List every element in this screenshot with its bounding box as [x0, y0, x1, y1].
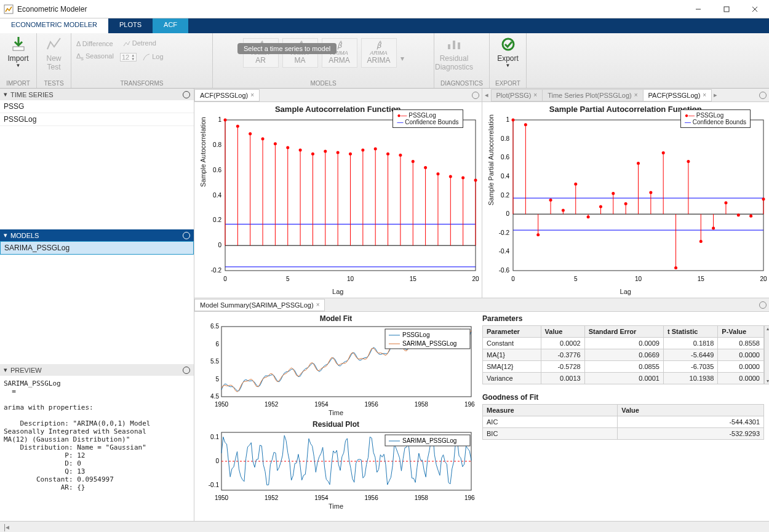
svg-text:0: 0	[218, 242, 221, 248]
left-column: ▾TIME SERIES PSSG PSSGLog ▾MODELS SARIMA…	[0, 89, 194, 521]
tabs-options-icon[interactable]	[759, 301, 767, 309]
pacf-pane: ◂ Plot(PSSG)× Time Series Plot(PSSGLog)×…	[482, 89, 770, 298]
doc-tab-model-summary[interactable]: Model Summary(SARIMA_PSSGLog)×	[194, 299, 325, 311]
svg-point-115	[687, 160, 690, 163]
preview-panel-header[interactable]: ▾PREVIEW	[0, 364, 194, 376]
timeseries-item[interactable]: PSSG	[0, 100, 194, 113]
residual-chart: -0.100.1195019521954195619581960SARIMA_P…	[197, 429, 475, 502]
import-icon	[10, 36, 27, 53]
close-button[interactable]	[741, 0, 769, 18]
model-summary-pane: Model Summary(SARIMA_PSSGLog)× Model Fit…	[194, 298, 769, 521]
svg-text:20: 20	[472, 276, 479, 282]
svg-point-93	[549, 199, 552, 202]
maximize-button[interactable]	[712, 0, 741, 18]
svg-text:0.6: 0.6	[501, 154, 509, 161]
model-summary-plots: Model Fit 4.555.566.51950195219541956195…	[194, 312, 477, 521]
svg-text:1952: 1952	[265, 494, 279, 501]
doc-tab-plot-pssg[interactable]: Plot(PSSG)×	[491, 89, 543, 101]
table-row: Variance0.00130.000110.19380.0000	[483, 373, 764, 384]
residual-title: Residual Plot	[197, 420, 475, 429]
svg-text:SARIMA_PSSGLog: SARIMA_PSSGLog	[402, 340, 456, 347]
close-icon[interactable]: ×	[316, 301, 320, 308]
svg-point-101	[599, 205, 602, 208]
svg-text:0: 0	[215, 458, 219, 464]
models-panel-header[interactable]: ▾MODELS	[0, 229, 194, 241]
close-icon[interactable]: ×	[250, 92, 254, 98]
minimize-button[interactable]	[684, 0, 712, 18]
ribbon-tab-acf[interactable]: ACF	[153, 18, 188, 33]
doc-tab-pacf[interactable]: PACF(PSSGLog)×	[643, 89, 712, 101]
ribbon-tab-modeler[interactable]: ECONOMETRIC MODELER	[0, 18, 108, 33]
timeseries-panel-header[interactable]: ▾TIME SERIES	[0, 89, 194, 100]
preview-body: SARIMA_PSSGLog = arima with properties: …	[0, 376, 194, 521]
import-button[interactable]: Import ▼	[5, 36, 31, 68]
detrend-option[interactable]: Detrend	[123, 39, 156, 47]
tabs-scroll-left[interactable]: ◂	[482, 91, 491, 99]
svg-point-57	[412, 160, 415, 163]
log-option[interactable]: Log	[143, 53, 163, 61]
doc-tab-acf[interactable]: ACF(PSSGLog)×	[194, 89, 260, 101]
tabs-options-icon[interactable]	[472, 92, 479, 99]
timeseries-list: PSSG PSSGLog	[0, 100, 194, 229]
svg-text:0: 0	[511, 276, 515, 282]
table-row: Constant0.00020.00090.18180.8558	[483, 338, 764, 349]
residual-diagnostics-button[interactable]: Residual Diagnostics	[439, 36, 469, 71]
gof-title: Goodness of Fit	[482, 393, 764, 402]
new-test-button[interactable]: New Test	[42, 36, 66, 71]
svg-text:10: 10	[634, 276, 642, 282]
svg-text:1950: 1950	[215, 401, 229, 408]
col-measure[interactable]: Measure	[483, 405, 618, 416]
models-gallery-expand[interactable]: ▾	[400, 54, 404, 63]
svg-text:5: 5	[573, 276, 577, 282]
scrollbar[interactable]: ▴ ▾	[764, 325, 769, 384]
svg-point-91	[536, 233, 540, 236]
svg-text:-0.2: -0.2	[498, 229, 509, 236]
export-group-label: EXPORT	[495, 79, 521, 88]
ribbon-tab-plots[interactable]: PLOTS	[108, 18, 153, 33]
svg-point-53	[386, 153, 389, 156]
acf-ylabel: Sample Autocorrelation	[199, 117, 207, 187]
svg-point-95	[561, 209, 564, 212]
export-button[interactable]: Export ▼	[495, 36, 521, 68]
tabs-options-icon[interactable]	[759, 92, 767, 99]
close-icon[interactable]: ×	[634, 92, 638, 98]
svg-text:1958: 1958	[415, 401, 429, 408]
models-panel-options-icon[interactable]	[183, 232, 190, 239]
doc-tab-tsplot[interactable]: Time Series Plot(PSSGLog)×	[542, 89, 643, 101]
svg-point-89	[524, 123, 527, 126]
model-arima-button[interactable]: β̂ARIMAARIMA	[361, 38, 397, 68]
col-parameter[interactable]: Parameter	[483, 326, 541, 338]
col-tstat[interactable]: t Statistic	[663, 326, 717, 338]
col-value[interactable]: Value	[541, 326, 584, 338]
svg-point-103	[612, 192, 615, 195]
modelfit-title: Model Fit	[197, 314, 475, 323]
svg-point-105	[624, 202, 627, 205]
difference-option[interactable]: Δ Difference	[76, 40, 113, 47]
models-item[interactable]: SARIMA_PSSGLog	[0, 241, 194, 255]
svg-text:0.6: 0.6	[213, 167, 221, 173]
timeseries-item[interactable]: PSSGLog	[0, 113, 194, 126]
import-group-label: IMPORT	[5, 79, 31, 88]
preview-panel-options-icon[interactable]	[183, 367, 190, 374]
svg-point-43	[324, 150, 327, 153]
tests-group-label: TESTS	[42, 79, 66, 88]
col-stderr[interactable]: Standard Error	[584, 326, 663, 338]
svg-point-119	[712, 227, 715, 230]
table-row: BIC-532.9293	[483, 428, 764, 440]
svg-point-37	[286, 146, 289, 149]
tabs-scroll-right[interactable]: ▸	[711, 91, 720, 99]
svg-point-31	[249, 132, 252, 135]
svg-text:15: 15	[697, 276, 704, 282]
svg-point-41	[311, 153, 314, 156]
svg-text:-0.1: -0.1	[209, 482, 220, 488]
svg-text:-0.4: -0.4	[498, 248, 509, 255]
svg-rect-7	[453, 41, 455, 49]
col-value[interactable]: Value	[618, 405, 764, 416]
timeseries-panel-options-icon[interactable]	[183, 91, 190, 98]
seasonal-period-input[interactable]: 12 ▲▼	[120, 53, 137, 62]
col-pvalue[interactable]: P-Value	[718, 326, 764, 338]
statusbar-grip-icon[interactable]: |◂	[4, 523, 9, 531]
close-icon[interactable]: ×	[703, 92, 706, 98]
seasonal-option[interactable]: Δs Seasonal	[76, 52, 114, 62]
close-icon[interactable]: ×	[533, 92, 537, 98]
